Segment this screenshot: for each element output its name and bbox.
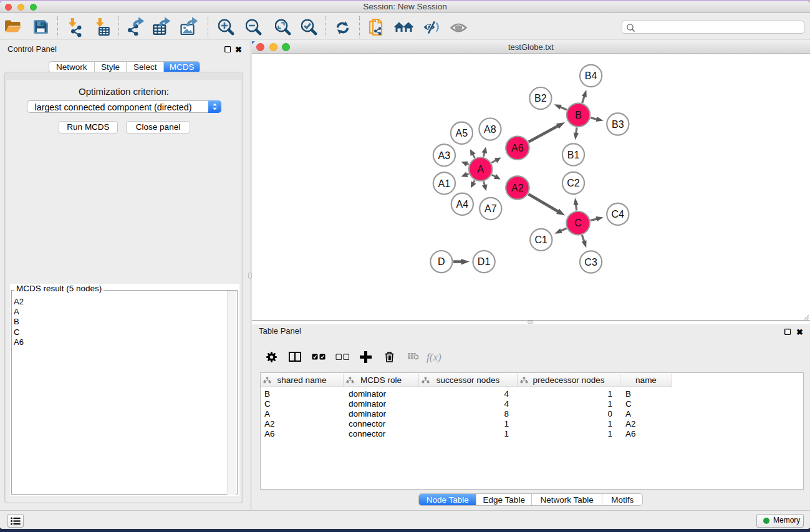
svg-text:B1: B1 (567, 149, 580, 160)
svg-text:B4: B4 (585, 70, 597, 81)
svg-text:A8: A8 (484, 123, 496, 134)
svg-text:B3: B3 (612, 118, 624, 129)
svg-text:A4: A4 (456, 198, 469, 209)
svg-text:B2: B2 (534, 93, 547, 104)
svg-text:A7: A7 (485, 203, 497, 214)
svg-text:A: A (477, 163, 484, 174)
svg-text:C2: C2 (567, 178, 580, 188)
svg-text:C: C (574, 218, 582, 228)
svg-text:A1: A1 (438, 178, 451, 188)
svg-text:D1: D1 (478, 256, 491, 267)
svg-text:C1: C1 (535, 235, 548, 245)
svg-text:C4: C4 (612, 209, 625, 220)
svg-text:A6: A6 (511, 142, 524, 153)
svg-text:C3: C3 (584, 256, 597, 267)
svg-text:D: D (438, 256, 445, 267)
svg-text:A5: A5 (456, 127, 468, 138)
svg-text:A3: A3 (438, 150, 451, 160)
svg-text:B: B (575, 109, 582, 120)
svg-text:A2: A2 (511, 182, 524, 193)
